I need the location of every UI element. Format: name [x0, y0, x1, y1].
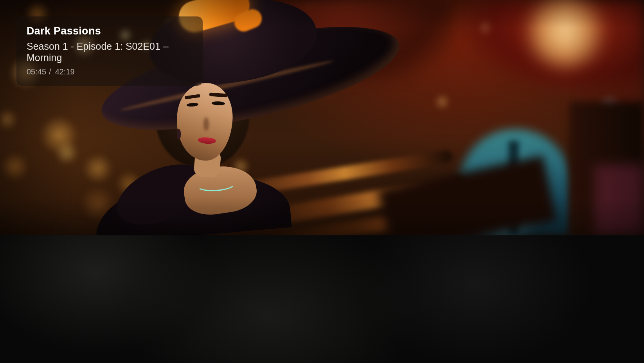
video-player: Dark Passions Season 1 - Episode 1: S02E… [0, 0, 644, 363]
time-current: 05:45 [27, 67, 46, 76]
time-separator: / [49, 67, 51, 76]
time-display: 05:45/42:19 [27, 67, 192, 76]
episode-subtitle: Season 1 - Episode 1: S02E01 – Morning [27, 41, 192, 63]
video-surface[interactable]: Dark Passions Season 1 - Episode 1: S02E… [0, 0, 644, 235]
time-duration: 42:19 [55, 67, 75, 76]
video-title: Dark Passions [27, 25, 192, 37]
now-playing-overlay: Dark Passions Season 1 - Episode 1: S02E… [16, 16, 203, 86]
player-controls: -30m -5m -1m -10s +10s +1m +5m +30m 05:4… [0, 235, 644, 363]
